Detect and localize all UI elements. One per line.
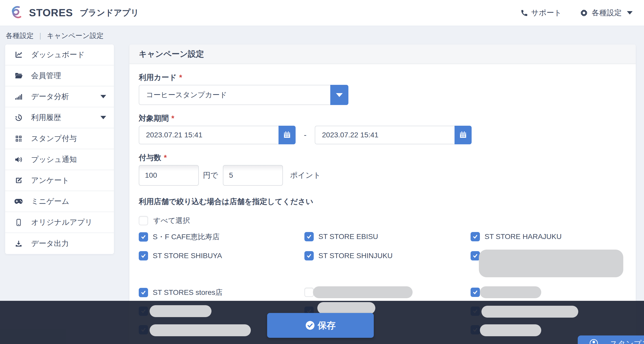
brand-logo[interactable]: STORES ブランドアプリ [9,5,139,21]
store-item[interactable]: S・F CAFE恵比寿店 [139,232,219,242]
sidebar-item-minigame[interactable]: ミニゲーム [5,191,114,212]
select-all-row: すべて選択 [139,216,626,226]
settings-label: 各種設定 [592,8,622,18]
account-floating-button[interactable]: スタンプスカフ [578,335,644,344]
select-all-checkbox[interactable] [139,216,148,225]
checkbox-checked-icon[interactable] [471,232,480,241]
required-asterisk: * [171,114,174,122]
checkbox-checked-icon[interactable] [139,251,148,260]
chevron-down-icon [100,116,106,119]
download-icon [13,240,24,248]
checkbox-checked-icon[interactable] [304,251,314,260]
checkbox-unchecked-icon[interactable] [304,288,314,297]
checkbox-checked-icon[interactable] [304,232,314,241]
sidebar-item-dashboard[interactable]: ダッシュボード [5,44,114,65]
support-link[interactable]: サポート [520,8,562,18]
sidebar-item-usage-history[interactable]: 利用履歴 [5,107,114,128]
phone-icon [520,9,528,17]
checkbox-checked-icon[interactable] [471,251,480,260]
period-label: 対象期間* [139,114,626,123]
store-item-redacted[interactable] [471,288,485,297]
breadcrumb-current: キャンペーン設定 [47,31,104,40]
label-text: 利用カード [139,73,177,81]
chart-line-icon [13,51,24,59]
store-label: ST STORE SHIBUYA [153,252,222,260]
period-start-calendar-button[interactable] [279,126,296,144]
checkbox-checked-icon[interactable] [139,232,148,242]
unit-yen-label: 円で [203,170,218,181]
breadcrumb-divider: | [34,32,47,40]
breadcrumb-parent[interactable]: 各種設定 [6,31,34,40]
volume-icon [13,155,24,164]
unit-points-label: ポイント [290,170,321,181]
sidebar-item-label: 利用履歴 [31,113,61,123]
sidebar-item-label: 会員管理 [31,71,61,81]
qr-code-icon [13,135,24,143]
calendar-icon [459,131,467,139]
card-select-value[interactable]: コーヒースタンプカード [139,85,330,105]
period-end-calendar-button[interactable] [455,126,472,144]
points-input[interactable] [223,165,283,186]
period-start-input[interactable] [139,126,279,144]
gamepad-icon [13,198,24,205]
store-item-redacted[interactable] [471,251,485,260]
gear-icon [580,9,588,17]
pen-square-icon [13,177,24,184]
sidebar-item-data-export[interactable]: データ出力 [5,233,114,254]
sidebar-item-data-analysis[interactable]: データ分析 [5,86,114,107]
label-text: 対象期間 [139,114,169,122]
sidebar-item-stamp-grant[interactable]: スタンプ付与 [5,128,114,149]
app-header: STORES ブランドアプリ サポート 各種設定 [0,0,644,26]
store-item[interactable]: ST STORES stores店 [139,288,223,297]
store-item[interactable]: ST STORE EBISU [304,232,378,241]
sidebar-item-label: アンケート [31,175,69,186]
brand-name: STORES [29,7,73,19]
card-header: キャンペーン設定 [129,44,636,64]
amount-input[interactable] [139,165,199,186]
sidebar-item-label: スタンプ付与 [31,133,77,144]
store-item[interactable]: ST STORE SHINJUKU [304,251,393,260]
stores-heading: 利用店舗で絞り込む場合は店舗を指定してください [139,197,626,206]
sidebar-item-label: ミニゲーム [31,196,69,207]
calendar-icon [283,131,291,139]
sidebar-item-original-app[interactable]: オリジナルアプリ [5,212,114,233]
save-label: 保存 [318,319,336,332]
store-label: ST STORE HARAJUKU [485,233,562,241]
brand-suffix: ブランドアプリ [80,7,139,19]
store-label: ST STORE SHINJUKU [318,252,393,260]
sidebar-item-survey[interactable]: アンケート [5,170,114,191]
sidebar-item-members[interactable]: 会員管理 [5,65,114,86]
card-select-label: 利用カード* [139,73,626,82]
chevron-down-icon [100,95,106,98]
checkbox-checked-icon[interactable] [139,288,148,297]
breadcrumb: 各種設定 | キャンペーン設定 [6,31,104,40]
label-text: 付与数 [139,153,161,162]
person-circle-icon [589,339,598,344]
check-circle-icon [305,320,315,330]
card-select-dropdown-button[interactable] [330,85,348,105]
floating-button-label: スタンプスカフ [610,339,644,344]
page-title: キャンペーン設定 [139,49,204,59]
sidebar-item-push-notification[interactable]: プッシュ通知 [5,149,114,170]
settings-menu[interactable]: 各種設定 [580,8,633,18]
select-all-label: すべて選択 [153,216,190,226]
store-item-redacted[interactable] [304,288,318,297]
sidebar: ダッシュボード 会員管理 データ分析 利用履歴 スタンプ付与 プッシュ通知 [5,44,114,254]
required-asterisk: * [164,153,167,162]
period-separator: - [296,131,315,139]
sidebar-item-label: ダッシュボード [31,50,85,60]
signal-bars-icon [13,93,24,101]
history-icon [13,114,24,122]
checkbox-checked-icon[interactable] [471,288,480,297]
stores-logo-icon [9,5,25,21]
store-label: ST STORES stores店 [153,288,223,297]
period-end-input[interactable] [315,126,455,144]
required-asterisk: * [179,73,182,81]
store-item[interactable]: ST STORE HARAJUKU [471,232,562,241]
chevron-down-icon [627,11,633,14]
save-button[interactable]: 保存 [267,313,374,338]
period-row: - [139,126,626,144]
campaign-settings-card: キャンペーン設定 利用カード* コーヒースタンプカード 対象期間* [129,44,636,344]
store-item[interactable]: ST STORE SHIBUYA [139,251,222,260]
store-label: ST STORE EBISU [318,233,378,241]
